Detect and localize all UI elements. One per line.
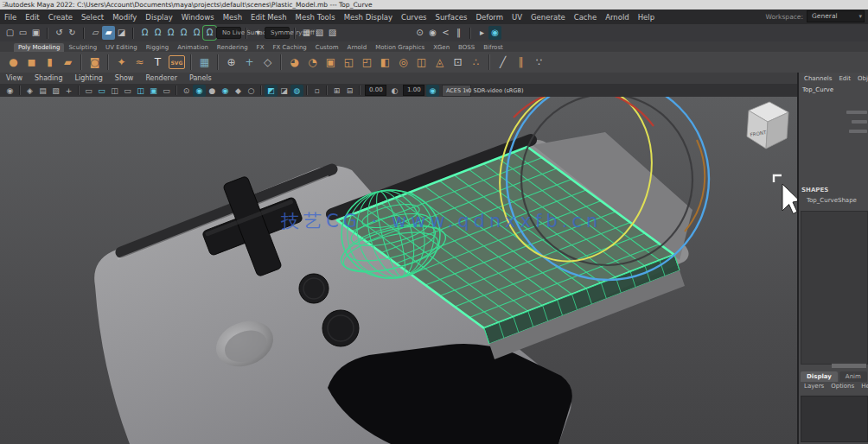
shelf-tab[interactable]: Rendering xyxy=(213,43,252,52)
layer-editor-menu-item[interactable]: Help xyxy=(858,383,868,390)
type-tool-icon[interactable]: T xyxy=(149,54,167,72)
shelf-tab[interactable]: BOSS xyxy=(454,43,479,52)
shelf-tab[interactable]: FX xyxy=(252,43,269,52)
sketch-tool-icon[interactable]: ∵ xyxy=(530,54,548,72)
measure-tool-icon[interactable]: ◇ xyxy=(258,54,277,72)
menu-item[interactable]: Mesh Display xyxy=(340,13,397,22)
loft-icon[interactable]: ≈ xyxy=(131,54,149,72)
poly-plane-icon[interactable]: ▰ xyxy=(59,54,77,72)
prim-star-icon[interactable]: ✦ xyxy=(112,54,131,72)
new-scene-icon[interactable]: ▢ xyxy=(3,26,16,40)
view-transform-select[interactable]: ACES 1.0 SDR-video (sRGB) xyxy=(442,85,471,97)
sphere-project-icon[interactable]: ◙ xyxy=(86,54,104,72)
menu-item[interactable]: Edit xyxy=(21,13,43,22)
plugin-icon[interactable]: ▫ xyxy=(310,85,323,97)
construction-history-icon[interactable]: ▦ xyxy=(300,26,313,40)
menu-item[interactable]: Generate xyxy=(527,13,570,22)
hud-icon[interactable]: ▭ xyxy=(160,85,173,97)
redo-icon[interactable]: ↻ xyxy=(66,26,79,40)
menu-item[interactable]: Deform xyxy=(471,13,507,22)
film-gate-icon[interactable]: ▭ xyxy=(82,85,95,97)
shelf-tab[interactable]: Sculpting xyxy=(64,43,101,52)
menu-item[interactable]: Arnold xyxy=(601,13,634,22)
poly-cube-icon[interactable]: ◼ xyxy=(22,54,41,72)
layer-list[interactable] xyxy=(801,396,868,442)
resolution-gate-icon[interactable]: ▭ xyxy=(95,85,108,97)
menu-item[interactable]: Surfaces xyxy=(431,13,472,22)
separate-icon[interactable]: ◱ xyxy=(340,54,358,72)
axis-align-icon[interactable]: ⊕ xyxy=(222,54,240,72)
menu-item[interactable]: Create xyxy=(44,13,77,22)
menu-item[interactable]: Select xyxy=(77,13,108,22)
menu-item[interactable]: Edit Mesh xyxy=(246,13,291,22)
shelf-tab[interactable]: Bifrost xyxy=(479,43,507,52)
view-cube[interactable]: FRONT xyxy=(747,102,788,149)
menu-item[interactable]: Windows xyxy=(177,13,219,22)
playblast-icon[interactable]: ▸ xyxy=(475,26,488,40)
open-scene-icon[interactable]: ▭ xyxy=(16,26,29,40)
shelf-tab[interactable]: Animation xyxy=(173,43,213,52)
menu-item[interactable]: File xyxy=(0,13,21,22)
input-caret-icon[interactable]: ▾ xyxy=(252,26,265,40)
retopo-frame-icon[interactable]: ⊡ xyxy=(449,54,467,72)
shelf-tab[interactable]: Poly Modeling xyxy=(14,43,64,52)
panel-menu-item[interactable]: Renderer xyxy=(139,74,183,82)
default-light-icon[interactable]: ⊙ xyxy=(180,85,193,97)
safe-action-icon[interactable]: ◫ xyxy=(134,85,147,97)
menu-item[interactable]: UV xyxy=(507,13,527,22)
combine-icon[interactable]: ▣ xyxy=(322,54,340,72)
undo-icon[interactable]: ↺ xyxy=(53,26,66,40)
snap-grid-icon[interactable]: Ω xyxy=(138,26,151,40)
panel-menu-item[interactable]: Panels xyxy=(183,74,218,82)
symmetry-field[interactable]: Symmetry: Off xyxy=(265,27,290,39)
select-hierarchy-icon[interactable]: ▱ xyxy=(89,26,102,40)
menu-item[interactable]: Cache xyxy=(570,13,601,22)
cache-icon[interactable]: ▧ xyxy=(313,26,326,40)
poly-cylinder-icon[interactable]: ▮ xyxy=(41,54,59,72)
layer-editor-menu-item[interactable]: Layers xyxy=(801,383,827,390)
panel-menu-item[interactable]: View xyxy=(0,74,29,82)
pause-viewport-icon[interactable]: ‖ xyxy=(452,26,465,40)
snap-view-plane-icon[interactable]: Ω xyxy=(190,26,203,40)
svg-tool-icon[interactable]: SVG xyxy=(169,55,185,69)
remesh-icon[interactable]: ◬ xyxy=(431,54,449,72)
layer-editor-menu-item[interactable]: Options xyxy=(827,383,858,390)
live-surface-field[interactable]: No Live Surface xyxy=(216,27,241,39)
bevel-icon[interactable]: ◧ xyxy=(376,54,394,72)
menu-item[interactable]: Mesh Tools xyxy=(291,13,340,22)
snap-projected-center-icon[interactable]: Ω xyxy=(177,26,190,40)
evaluation-icon[interactable]: ▨ xyxy=(326,26,339,40)
panel-menu-item[interactable]: Shading xyxy=(29,74,69,82)
gamma-field[interactable]: 1.00 xyxy=(403,85,424,96)
channel-box-menu-item[interactable]: Channels xyxy=(801,75,835,82)
make-live-icon[interactable]: Ω xyxy=(203,26,216,40)
layer-editor-tab[interactable]: Anim xyxy=(839,371,867,382)
boolean-union-icon[interactable]: ◕ xyxy=(285,54,303,72)
sweep-mesh-icon[interactable]: ▦ xyxy=(195,54,214,72)
channel-box-object-name[interactable]: Top_Curve xyxy=(799,84,868,93)
multisample-icon[interactable]: ○ xyxy=(245,85,258,97)
image-plane-icon[interactable]: ▧ xyxy=(49,85,62,97)
channel-value-row[interactable] xyxy=(849,130,867,133)
shelf-menu-icon[interactable]: ☰ xyxy=(2,1,8,9)
channel-box-menu-item[interactable]: Edit xyxy=(835,75,854,82)
pivot-icon[interactable]: ◈ xyxy=(23,85,36,97)
menu-item[interactable]: Help xyxy=(634,13,659,22)
select-component-icon[interactable]: ◪ xyxy=(115,26,128,40)
render-view-icon[interactable]: ⊙ xyxy=(413,26,426,40)
mirror-icon[interactable]: ◫ xyxy=(412,54,431,72)
bookmark-icon[interactable]: ▤ xyxy=(36,85,49,97)
gamma-icon[interactable]: ◐ xyxy=(388,85,401,97)
boolean-difference-icon[interactable]: ◔ xyxy=(303,54,322,72)
channel-value-row[interactable] xyxy=(846,111,867,114)
save-scene-icon[interactable]: ▣ xyxy=(29,26,42,40)
viewport-canvas[interactable]: 技艺CG · www.qdnxxfb.cn FRONT xyxy=(0,97,797,444)
menu-item[interactable]: Modify xyxy=(108,13,141,22)
curve-edit-icon[interactable]: ‖ xyxy=(512,54,530,72)
layer-editor-tab[interactable]: Display xyxy=(801,371,838,382)
shelf-tab[interactable]: UV Editing xyxy=(101,43,142,52)
shadows-icon[interactable]: ● xyxy=(206,85,219,97)
hypershade-icon[interactable]: ◉ xyxy=(426,26,439,40)
pan-zoom-icon[interactable]: + xyxy=(62,85,75,97)
color-management-icon[interactable]: ◉ xyxy=(426,85,439,97)
